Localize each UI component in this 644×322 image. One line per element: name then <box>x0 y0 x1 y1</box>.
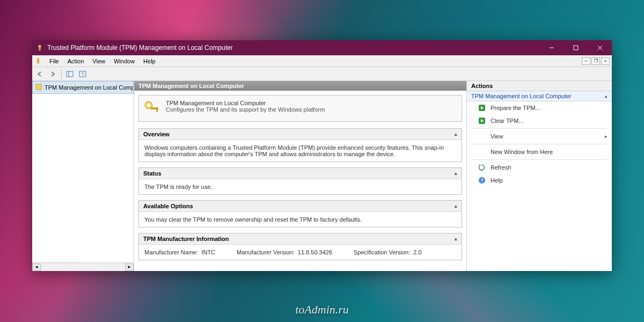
action-view-label: View <box>491 133 503 140</box>
status-body: The TPM is ready for use. <box>139 179 462 194</box>
window-controls <box>539 40 612 55</box>
action-help-label: Help <box>491 177 503 184</box>
forward-button[interactable] <box>47 69 59 79</box>
actions-separator <box>471 144 608 144</box>
intro-box: TPM Management on Local Computer Configu… <box>138 95 462 122</box>
options-section: Available Options ▴ You may clear the TP… <box>138 200 462 228</box>
action-prepare-tpm[interactable]: Prepare the TPM... <box>467 101 612 114</box>
manufacturer-section: TPM Manufacturer Information ▴ Manufactu… <box>138 233 462 260</box>
actions-subtitle-label: TPM Management on Local Computer <box>471 93 571 99</box>
status-title: Status <box>143 170 162 177</box>
mdi-minimize-icon[interactable]: ─ <box>582 57 590 65</box>
action-new-window-label: New Window from Here <box>491 149 553 155</box>
options-header[interactable]: Available Options ▴ <box>139 201 462 212</box>
menu-file[interactable]: File <box>45 57 63 65</box>
svg-rect-3 <box>574 46 578 50</box>
action-refresh[interactable]: Refresh <box>467 161 612 174</box>
actions-subtitle[interactable]: TPM Management on Local Computer ▴ <box>467 91 612 101</box>
scroll-left-icon[interactable]: ◄ <box>32 264 41 271</box>
app-icon <box>35 43 44 52</box>
menubar: File Action View Window Help ─ ❐ × <box>32 55 612 67</box>
watermark: toAdmin.ru <box>295 303 349 317</box>
action-clear-tpm[interactable]: Clear TPM... <box>467 114 612 127</box>
content-area: TPM Management on Local Comp ◄ ► TPM Man… <box>32 81 612 271</box>
svg-rect-8 <box>67 71 73 77</box>
overview-body: Windows computers containing a Trusted P… <box>139 140 462 162</box>
status-header[interactable]: Status ▴ <box>139 168 462 179</box>
mfr-version-label: Manufacturer Version: <box>237 249 295 255</box>
svg-rect-1 <box>39 47 41 50</box>
mfr-name-value: INTC <box>201 249 215 255</box>
action-prepare-label: Prepare the TPM... <box>491 105 540 111</box>
svg-text:?: ? <box>81 71 84 77</box>
tree-root-item[interactable]: TPM Management on Local Comp <box>32 81 134 94</box>
action-clear-label: Clear TPM... <box>491 118 524 124</box>
overview-title: Overview <box>143 131 170 137</box>
main-pane: TPM Management on Local Computer TPM Man… <box>134 81 467 271</box>
minimize-button[interactable] <box>539 40 564 55</box>
arrow-right-green-icon <box>478 116 486 125</box>
actions-pane: Actions TPM Management on Local Computer… <box>467 81 612 271</box>
maximize-button[interactable] <box>564 40 588 55</box>
submenu-arrow-icon: ▸ <box>605 134 608 139</box>
options-title: Available Options <box>143 203 193 209</box>
collapse-icon: ▴ <box>605 93 608 99</box>
collapse-icon: ▴ <box>455 236 457 241</box>
svg-rect-16 <box>156 109 158 112</box>
blank-icon <box>478 132 486 141</box>
manufacturer-header[interactable]: TPM Manufacturer Information ▴ <box>139 233 462 245</box>
arrow-right-green-icon <box>478 104 486 112</box>
scroll-right-icon[interactable]: ► <box>125 264 134 271</box>
tree-horizontal-scrollbar[interactable]: ◄ ► <box>32 262 134 271</box>
overview-header[interactable]: Overview ▴ <box>139 129 462 140</box>
svg-rect-12 <box>36 84 41 90</box>
help-icon: ? <box>478 176 486 185</box>
action-view[interactable]: View ▸ <box>467 130 612 143</box>
tpm-chip-icon <box>35 83 42 92</box>
actions-separator <box>471 128 608 129</box>
collapse-icon: ▴ <box>455 171 457 176</box>
titlebar[interactable]: Trusted Platform Module (TPM) Management… <box>32 40 612 55</box>
window-title: Trusted Platform Module (TPM) Management… <box>47 44 539 52</box>
blank-icon <box>478 148 486 156</box>
show-hide-tree-button[interactable] <box>64 69 76 79</box>
tpm-management-window: Trusted Platform Module (TPM) Management… <box>32 40 612 271</box>
menubar-app-icon <box>34 57 43 65</box>
manufacturer-title: TPM Manufacturer Information <box>143 236 229 242</box>
actions-title: Actions <box>467 81 612 91</box>
menu-action[interactable]: Action <box>63 57 89 65</box>
collapse-icon: ▴ <box>455 131 457 137</box>
mfr-version-value: 11.8.50.3426 <box>298 249 332 255</box>
toolbar: ? <box>32 67 612 81</box>
action-refresh-label: Refresh <box>491 164 511 171</box>
refresh-icon <box>478 163 486 172</box>
collapse-icon: ▴ <box>455 203 457 209</box>
svg-point-14 <box>147 104 150 107</box>
intro-subtitle: Configures the TPM and its support by th… <box>166 106 325 113</box>
svg-rect-15 <box>151 107 158 109</box>
overview-section: Overview ▴ Windows computers containing … <box>138 128 462 162</box>
tree-root-label: TPM Management on Local Comp <box>45 84 134 91</box>
mdi-close-icon[interactable]: × <box>601 57 610 65</box>
spec-version-value: 2.0 <box>413 249 421 255</box>
close-button[interactable] <box>588 40 612 55</box>
mdi-restore-icon[interactable]: ❐ <box>591 57 600 65</box>
action-new-window[interactable]: New Window from Here <box>467 145 612 158</box>
action-help[interactable]: ? Help <box>467 174 612 187</box>
status-section: Status ▴ The TPM is ready for use. <box>138 167 462 195</box>
tpm-key-icon <box>143 100 160 117</box>
mfr-name-label: Manufacturer Name: <box>144 249 198 255</box>
options-body: You may clear the TPM to remove ownershi… <box>139 212 462 227</box>
menu-view[interactable]: View <box>88 57 109 65</box>
spec-version-label: Specification Version: <box>354 249 410 255</box>
menu-window[interactable]: Window <box>109 57 139 65</box>
svg-text:?: ? <box>480 178 484 183</box>
back-button[interactable] <box>34 69 46 79</box>
menu-help[interactable]: Help <box>139 57 160 65</box>
svg-rect-7 <box>37 60 39 63</box>
actions-separator <box>471 159 608 160</box>
manufacturer-row: Manufacturer Name: INTC Manufacturer Ver… <box>144 249 456 255</box>
main-pane-header: TPM Management on Local Computer <box>134 81 466 91</box>
help-button[interactable]: ? <box>77 69 89 79</box>
intro-title: TPM Management on Local Computer <box>166 100 325 106</box>
